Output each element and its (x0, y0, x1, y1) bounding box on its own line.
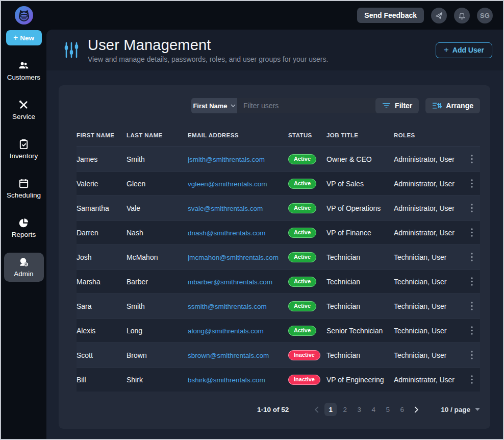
prev-page-button[interactable] (310, 403, 322, 415)
pagination: 1-10 of 52 1 2 3 4 5 6 10 / page (257, 402, 480, 417)
send-feedback-button[interactable]: Send Feedback (357, 8, 424, 23)
add-user-button[interactable]: + Add User (436, 42, 492, 58)
sort-icon (432, 102, 442, 109)
paper-plane-icon (435, 11, 443, 20)
row-actions-menu[interactable] (468, 375, 480, 384)
col-email-address: EMAIL ADDRESS (188, 132, 288, 138)
cell-roles: Technician, User (394, 351, 468, 359)
email-link[interactable]: svale@smithrentals.com (188, 205, 263, 212)
sidebar-item-label: Scheduling (7, 191, 41, 199)
cell-roles: Technician, User (394, 327, 468, 335)
sidebar-item-label: Admin (14, 270, 33, 278)
cell-job-title: Technician (326, 253, 394, 261)
row-actions-menu[interactable] (468, 277, 480, 286)
email-link[interactable]: bshirk@smithrentals.com (188, 376, 265, 384)
main-content: User Management View and manage details,… (46, 30, 503, 439)
admin-icon (18, 256, 30, 268)
cell-last-name: Shirk (127, 376, 188, 384)
page-header: User Management View and manage details,… (46, 30, 503, 70)
page-button-2[interactable]: 2 (339, 403, 351, 416)
cell-job-title: VP of Finance (326, 229, 394, 237)
table-row[interactable]: Valerie Gleen vgleen@smithrentals.com Ac… (77, 171, 480, 195)
page-titles: User Management View and manage details,… (88, 37, 436, 63)
status-badge: Active (288, 326, 316, 336)
cell-last-name: Smith (127, 155, 188, 163)
cell-first-name: Valerie (77, 180, 127, 188)
page-button-4[interactable]: 4 (367, 403, 380, 416)
row-actions-menu[interactable] (468, 179, 480, 188)
email-link[interactable]: sbrown@smithrentals.com (188, 352, 269, 359)
table-row[interactable]: Samantha Vale svale@smithrentals.com Act… (77, 195, 480, 220)
send-message-button[interactable] (431, 8, 447, 23)
sidebar-item-inventory[interactable]: Inventory (4, 135, 44, 164)
table-row[interactable]: Scott Brown sbrown@smithrentals.com Inac… (77, 343, 480, 367)
email-link[interactable]: jsmith@smithrentals.com (188, 156, 265, 163)
page-button-5[interactable]: 5 (382, 403, 394, 416)
table-row[interactable]: Josh McMahon jmcmahon@smithrentals.com A… (77, 245, 480, 269)
email-link[interactable]: vgleen@smithrentals.com (188, 180, 267, 188)
kebab-menu-icon (471, 204, 473, 212)
filter-users-input[interactable] (237, 98, 386, 113)
caret-down-icon (475, 408, 480, 411)
status-badge: Inactive (288, 350, 320, 360)
app-logo-icon[interactable] (14, 6, 34, 25)
cell-first-name: Sara (77, 302, 127, 310)
row-actions-menu[interactable] (468, 351, 480, 359)
next-page-button[interactable] (410, 403, 422, 415)
status-badge: Active (288, 228, 316, 238)
sidebar-item-admin[interactable]: Admin (4, 253, 44, 282)
row-actions-menu[interactable] (468, 326, 480, 335)
table-row[interactable]: Alexis Long along@smithrentals.com Activ… (77, 318, 480, 343)
kebab-menu-icon (471, 375, 473, 384)
sidebar-item-reports[interactable]: Reports (4, 213, 44, 242)
cell-last-name: Gleen (127, 180, 188, 188)
email-link[interactable]: mbarber@smithrentals.com (188, 278, 272, 286)
row-actions-menu[interactable] (468, 228, 480, 237)
kebab-menu-icon (471, 302, 473, 310)
pie-chart-icon (18, 217, 30, 229)
page-button-6[interactable]: 6 (396, 403, 408, 416)
notifications-button[interactable] (454, 8, 470, 23)
row-actions-menu[interactable] (468, 253, 480, 261)
sidebar-item-scheduling[interactable]: Scheduling (4, 174, 44, 203)
cell-roles: Technician, User (394, 253, 468, 261)
people-icon (18, 60, 30, 71)
email-link[interactable]: ssmith@smithrentals.com (188, 303, 267, 310)
cell-last-name: McMahon (127, 253, 188, 261)
chevron-down-icon (231, 104, 236, 107)
table-row[interactable]: James Smith jsmith@smithrentals.com Acti… (77, 146, 480, 171)
kebab-menu-icon (471, 179, 473, 188)
chevron-right-icon (414, 406, 419, 413)
page-button-1[interactable]: 1 (324, 403, 337, 416)
cell-first-name: Alexis (77, 327, 127, 335)
table-row[interactable]: Sara Smith ssmith@smithrentals.com Activ… (77, 294, 480, 318)
email-link[interactable]: jmcmahon@smithrentals.com (188, 254, 279, 261)
sidebar-item-service[interactable]: Service (4, 95, 44, 125)
filter-button[interactable]: Filter (375, 98, 419, 113)
cell-roles: Administrator, User (394, 229, 468, 237)
page-size-select[interactable]: 10 / page (441, 406, 480, 413)
arrange-button[interactable]: Arrange (425, 98, 480, 113)
row-actions-menu[interactable] (468, 302, 480, 310)
cell-first-name: James (77, 155, 127, 163)
page-button-3[interactable]: 3 (353, 403, 365, 416)
table-header-row: FIRST NAME LAST NAME EMAIL ADDRESS STATU… (77, 124, 480, 146)
row-actions-menu[interactable] (468, 204, 480, 212)
email-link[interactable]: dnash@smithrentals.com (188, 229, 266, 237)
new-button[interactable]: + New (6, 30, 42, 45)
row-actions-menu[interactable] (468, 155, 480, 163)
avatar-initials: SG (480, 12, 490, 19)
email-link[interactable]: along@smithrentals.com (188, 327, 264, 335)
table-row[interactable]: Bill Shirk bshirk@smithrentals.com Inact… (77, 367, 480, 392)
arrange-button-label: Arrange (446, 102, 473, 110)
clipboard-check-icon (18, 138, 30, 150)
sidebar-item-label: Service (12, 113, 35, 120)
sidebar-item-label: Reports (12, 231, 36, 238)
table-row[interactable]: Darren Nash dnash@smithrentals.com Activ… (77, 220, 480, 245)
sidebar-item-customers[interactable]: Customers (4, 56, 44, 85)
cell-last-name: Brown (127, 351, 188, 359)
filter-field-select[interactable]: First Name (191, 98, 237, 113)
table-row[interactable]: Marsha Barber mbarber@smithrentals.com A… (77, 269, 480, 294)
cell-job-title: VP of Sales (326, 180, 394, 188)
user-avatar[interactable]: SG (477, 8, 493, 23)
